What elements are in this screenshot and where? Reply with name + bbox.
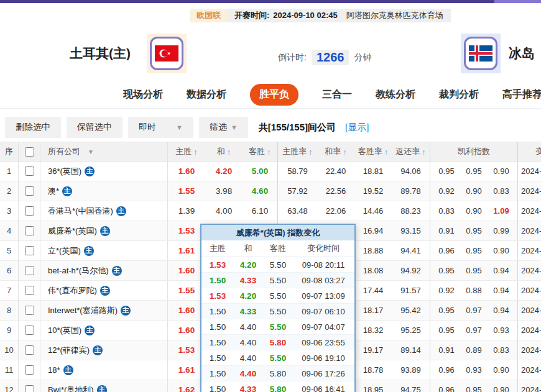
cell-company[interactable]: 威廉希*(英国) 主 — [40, 221, 168, 240]
header-draw-rate[interactable]: 和率↑ — [317, 142, 354, 161]
cell-home-win-odds[interactable]: 1.55 — [168, 181, 205, 201]
popup-row: 1.50 4.33 5.80 09-06 16:41 — [201, 381, 354, 392]
cell-away-win-odds[interactable]: 5.00 — [243, 162, 278, 181]
cell-home-win-odds[interactable]: 1.39 — [168, 201, 205, 221]
row-checkbox[interactable] — [25, 306, 34, 315]
nav-tab[interactable]: 裁判分析 — [439, 88, 479, 101]
popup-home-odds: 1.53 — [201, 291, 234, 301]
select-all-checkbox[interactable] — [25, 147, 34, 157]
chevron-down-icon: ▼ — [88, 148, 94, 155]
table-row: 3 香港马*(中国香港) 主 1.39 4.00 6.10 63.48 22.0… — [0, 201, 541, 221]
cell-away-win-odds[interactable]: 6.10 — [243, 201, 278, 221]
popup-header-away: 客胜 — [262, 243, 294, 254]
cell-company[interactable]: 澳* 主 — [40, 181, 168, 201]
row-checkbox[interactable] — [25, 385, 34, 392]
cell-seq: 10 — [0, 340, 19, 360]
row-checkbox[interactable] — [25, 365, 34, 375]
popup-row: 1.50 4.33 5.50 09-08 03:27 — [201, 273, 354, 288]
cell-checkbox[interactable] — [19, 380, 40, 392]
cell-home-win-odds[interactable]: 1.60 — [168, 162, 205, 181]
header-draw[interactable]: 和↑ — [205, 142, 243, 161]
cell-payout-rate: 93.89 — [392, 360, 430, 380]
cell-company[interactable]: Interwet*(塞浦路斯) 主 — [40, 301, 168, 320]
cell-checkbox[interactable] — [19, 162, 40, 181]
away-team-name: 冰岛 — [509, 45, 535, 62]
keep-selected-button[interactable]: 保留选中 — [67, 117, 123, 138]
cell-home-win-odds[interactable]: 1.60 — [168, 321, 205, 340]
cell-payout-rate: 93.15 — [392, 221, 430, 240]
table-toolbar: 删除选中 保留选中 即时 ▼ 筛选 ▼ 共[155/155]间公司 [显示] — [5, 117, 369, 138]
cell-checkbox[interactable] — [19, 201, 40, 221]
cell-home-win-odds[interactable]: 1.55 — [168, 281, 205, 300]
kickoff-label: 开赛时间: — [234, 9, 269, 22]
nav-tab[interactable]: 数据分析 — [187, 88, 226, 101]
cell-checkbox[interactable] — [19, 221, 40, 240]
row-checkbox[interactable] — [25, 326, 34, 335]
cell-company[interactable]: Bwi*(奥地利) 主 — [40, 380, 168, 392]
cell-company[interactable]: 36*(英国) 主 — [40, 162, 168, 181]
row-checkbox[interactable] — [25, 246, 34, 255]
popup-change-time: 09-07 06:10 — [294, 307, 353, 316]
cell-home-win-odds[interactable]: 1.53 — [168, 340, 205, 360]
nav-tab[interactable]: 教练分析 — [376, 88, 415, 101]
cell-draw-odds[interactable]: 3.98 — [205, 181, 243, 201]
kelly-home: 0.95 — [433, 306, 460, 315]
cell-company[interactable]: 立*(英国) 主 — [40, 241, 168, 260]
nav-tab[interactable]: 现场分析 — [123, 88, 163, 101]
nav-tab[interactable]: 三合一 — [322, 88, 352, 101]
cell-kelly: 0.92 0.88 0.94 — [430, 281, 518, 300]
cell-draw-odds[interactable]: 4.00 — [205, 201, 243, 221]
nav-tab[interactable]: 胜平负 — [250, 84, 298, 106]
cell-company[interactable]: 10*(英国) 主 — [40, 321, 168, 340]
cell-home-win-odds[interactable]: 1.61 — [168, 360, 205, 380]
cell-company[interactable]: 香港马*(中国香港) 主 — [40, 201, 168, 221]
cell-company[interactable]: 12*(菲律宾) 主 — [40, 340, 168, 360]
cell-kelly: 0.83 0.90 1.09 — [430, 201, 518, 221]
home-badge-icon: 主 — [97, 385, 107, 392]
cell-home-win-odds[interactable]: 1.60 — [168, 301, 205, 320]
delete-selected-button[interactable]: 删除选中 — [5, 117, 61, 138]
cell-checkbox[interactable] — [19, 321, 40, 340]
cell-checkbox[interactable] — [19, 360, 40, 380]
cell-checkbox[interactable] — [19, 241, 40, 260]
nav-tab[interactable]: 高手推荐 — [502, 88, 541, 101]
show-link[interactable]: [显示] — [345, 122, 369, 134]
cell-home-win-odds[interactable]: 1.60 — [168, 261, 205, 280]
row-checkbox[interactable] — [25, 206, 34, 216]
popup-away-odds: 5.80 — [262, 338, 294, 347]
cell-home-win-odds[interactable]: 1.62 — [168, 380, 205, 392]
home-team-name: 土耳其(主) — [70, 45, 131, 62]
cell-away-win-odds[interactable]: 4.60 — [243, 181, 278, 201]
row-checkbox[interactable] — [25, 345, 34, 355]
row-checkbox[interactable] — [25, 286, 34, 295]
header-home-win[interactable]: 主胜↑ — [168, 142, 205, 161]
row-checkbox[interactable] — [25, 186, 34, 196]
cell-checkbox[interactable] — [19, 261, 40, 280]
header-company[interactable]: 所有公司 ▼ — [40, 142, 168, 161]
cell-company[interactable]: bet-at-h*(马尔他) 主 — [40, 261, 168, 280]
cell-draw-odds[interactable]: 4.20 — [205, 162, 243, 181]
popup-title: 威廉希*(英国) 指数变化 — [201, 225, 354, 240]
cell-home-win-odds[interactable]: 1.53 — [168, 221, 205, 240]
cell-checkbox[interactable] — [19, 340, 40, 360]
time-filter-dropdown[interactable]: 即时 ▼ — [128, 117, 193, 138]
filter-dropdown[interactable]: 筛选 ▼ — [199, 117, 248, 138]
row-checkbox[interactable] — [25, 266, 34, 275]
header-away-win[interactable]: 客胜↑ — [243, 142, 278, 161]
row-checkbox[interactable] — [25, 166, 34, 176]
sort-up-icon: ↑ — [422, 147, 426, 157]
odds-table-header: 序 所有公司 ▼ 主胜↑ 和↑ 客胜↑ 主胜率↑ 和率↑ 客胜率↑ 返还率↑ 凯… — [0, 142, 541, 162]
header-home-rate[interactable]: 主胜率↑ — [278, 142, 317, 161]
row-checkbox[interactable] — [25, 226, 34, 235]
cell-home-win-odds[interactable]: 1.61 — [168, 241, 205, 260]
header-away-rate[interactable]: 客胜率↑ — [354, 142, 392, 161]
cell-checkbox[interactable] — [19, 301, 40, 320]
cell-checkbox[interactable] — [19, 181, 40, 201]
header-select-all[interactable] — [19, 142, 40, 161]
cell-checkbox[interactable] — [19, 281, 40, 300]
cell-company[interactable]: 18* 主 — [40, 360, 168, 380]
cell-away-rate: 18.32 — [354, 321, 392, 340]
cell-change-date: 2024- — [518, 162, 541, 181]
cell-company[interactable]: 伟*(直布罗陀) 主 — [40, 281, 168, 300]
header-payout-rate[interactable]: 返还率↑ — [392, 142, 430, 161]
